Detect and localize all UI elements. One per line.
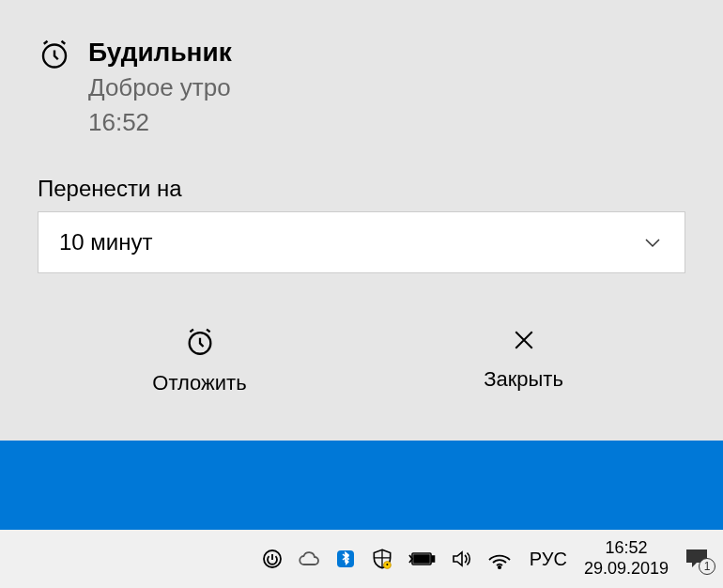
notification-subtitle: Доброе утро xyxy=(88,71,232,104)
alarm-clock-icon xyxy=(184,326,216,358)
notification-badge: 1 xyxy=(699,558,715,575)
taskbar: РУС 16:52 29.09.2019 1 xyxy=(0,530,723,588)
snooze-button-label: Отложить xyxy=(152,371,246,395)
security-icon[interactable] xyxy=(370,547,394,571)
svg-rect-6 xyxy=(432,556,435,562)
notification-title: Будильник xyxy=(88,36,232,70)
alarm-notification: Будильник Доброе утро 16:52 Перенести на… xyxy=(0,0,723,441)
svg-rect-7 xyxy=(414,555,429,563)
notification-time: 16:52 xyxy=(88,106,232,139)
action-center-button[interactable]: 1 xyxy=(684,547,710,571)
cloud-icon[interactable] xyxy=(297,549,321,569)
snooze-button[interactable]: Отложить xyxy=(38,318,362,403)
snooze-label: Перенести на xyxy=(38,176,685,202)
notification-header: Будильник Доброе утро 16:52 xyxy=(38,36,685,140)
dismiss-button-label: Закрыть xyxy=(484,367,563,392)
close-icon xyxy=(510,326,538,354)
bluetooth-icon[interactable] xyxy=(334,548,357,570)
svg-point-8 xyxy=(499,566,500,568)
snooze-value: 10 минут xyxy=(59,229,153,255)
chevron-down-icon xyxy=(641,231,664,254)
system-tray xyxy=(261,547,513,571)
battery-icon[interactable] xyxy=(408,549,436,568)
notification-titles: Будильник Доброе утро 16:52 xyxy=(88,36,232,140)
alarm-clock-icon xyxy=(38,38,71,71)
power-icon[interactable] xyxy=(261,548,284,570)
notification-actions: Отложить Закрыть xyxy=(38,318,685,403)
taskbar-date: 29.09.2019 xyxy=(584,559,669,580)
volume-icon[interactable] xyxy=(449,548,473,570)
taskbar-time: 16:52 xyxy=(605,538,647,559)
dismiss-button[interactable]: Закрыть xyxy=(362,318,685,403)
language-indicator[interactable]: РУС xyxy=(530,549,567,570)
snooze-dropdown[interactable]: 10 минут xyxy=(38,211,685,273)
taskbar-clock[interactable]: 16:52 29.09.2019 xyxy=(584,538,669,579)
wifi-icon[interactable] xyxy=(486,549,513,569)
